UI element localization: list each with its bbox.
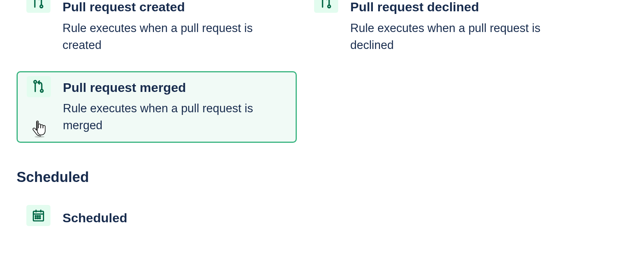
trigger-card-scheduled[interactable]: Scheduled (17, 200, 297, 234)
trigger-card-desc: Rule executes when a pull request is mer… (63, 100, 287, 134)
trigger-card-desc: Rule executes when a pull request is dec… (350, 20, 575, 54)
calendar-icon (26, 205, 50, 226)
trigger-card-body: Pull request created Rule executes when … (63, 1, 287, 54)
scheduled-card-grid: Scheduled (17, 200, 627, 234)
svg-point-9 (40, 216, 41, 217)
pull-request-icon (27, 76, 51, 97)
trigger-card-pr-created[interactable]: Pull request created Rule executes when … (17, 0, 297, 64)
trigger-card-title: Pull request declined (350, 0, 575, 15)
pull-request-icon (26, 0, 50, 13)
trigger-card-pr-merged[interactable]: Pull request merged Rule executes when a… (17, 71, 297, 143)
trigger-card-grid: Pull request created Rule executes when … (17, 0, 627, 143)
trigger-card-title: Pull request created (63, 0, 287, 15)
trigger-card-title: Scheduled (63, 210, 287, 226)
pull-request-icon (314, 0, 338, 13)
svg-point-7 (35, 216, 37, 217)
svg-point-10 (35, 218, 37, 219)
svg-point-8 (37, 216, 38, 217)
trigger-card-body: Pull request merged Rule executes when a… (63, 80, 287, 134)
trigger-card-pr-declined[interactable]: Pull request declined Rule executes when… (304, 0, 584, 64)
trigger-card-desc: Rule executes when a pull request is cre… (63, 20, 287, 54)
trigger-card-body: Scheduled (63, 209, 287, 226)
svg-point-12 (40, 218, 41, 219)
trigger-card-title: Pull request merged (63, 80, 287, 95)
section-heading-scheduled: Scheduled (17, 169, 627, 185)
trigger-card-body: Pull request declined Rule executes when… (350, 1, 575, 54)
svg-point-11 (37, 218, 38, 219)
